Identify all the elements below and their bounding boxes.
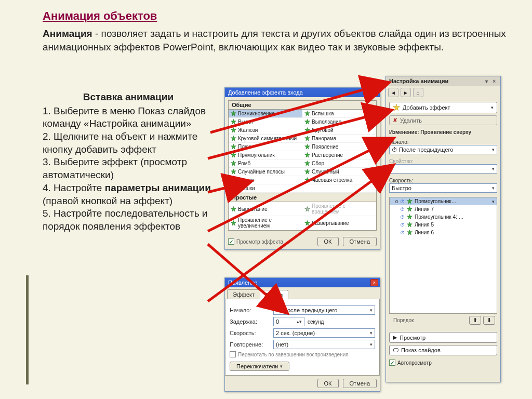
effect-item[interactable]: Вспышка [302,110,376,118]
tab-time[interactable]: Время [260,290,288,299]
effect-item[interactable]: Проявление с вращением [302,202,376,216]
cancel-button[interactable]: Отмена [343,237,377,246]
star-icon [407,230,413,235]
svg-marker-1 [305,111,310,116]
star-icon [304,206,310,212]
play-button[interactable]: ▶Просмотр [389,332,497,343]
start-label: Начало: [389,139,497,145]
star-icon [231,136,236,141]
svg-marker-23 [393,104,400,111]
rewind-checkbox[interactable]: Перемотать по завершении воспроизведения [238,352,349,357]
svg-marker-10 [231,153,236,157]
star-icon [304,161,310,166]
effect-item[interactable]: Случайные полосы [229,168,302,176]
pane-speed-select[interactable]: Быстро▾ [389,183,497,193]
dialog-title: Появление [228,280,257,286]
effect-item[interactable]: Круговой [302,126,376,135]
effect-item[interactable]: Выцветание [229,202,302,216]
effect-item[interactable]: Ромб [229,159,302,168]
delete-button[interactable]: ✘ Удалить [389,115,497,125]
effect-item[interactable]: Круговой симметричный [229,135,302,143]
effect-item[interactable]: Появление [302,143,376,151]
svg-marker-28 [407,230,413,235]
pane-property-select: ▾ [389,164,497,174]
instruction-steps: Вставка анимации 1. Выберите в меню Пока… [43,91,214,233]
step-1: 1. Выберите в меню Показ слайдов команду… [43,105,214,130]
svg-marker-3 [305,119,310,124]
preview-effect-checkbox[interactable]: ✓Просмотр эффекта [228,238,283,245]
repeat-select[interactable]: (нет)▾ [273,340,375,349]
svg-marker-9 [305,144,310,149]
effect-item[interactable]: Плюс [229,143,302,151]
ok-button[interactable]: ОК [317,379,339,388]
star-icon [304,169,310,175]
effects-grid-common[interactable]: ВозникновениеВспышкаВылетВыползаниеЖалюз… [228,110,377,193]
tab-effect[interactable]: Эффект [227,289,260,299]
nav-fwd-icon[interactable]: ► [401,88,411,97]
clock-icon: ⏱ [400,230,405,235]
star-icon [231,220,236,226]
animation-list-item[interactable]: ⏱Линия 6 [390,229,497,236]
star-icon [231,177,236,183]
ok-button[interactable]: ОК [317,237,339,246]
add-effect-button[interactable]: Добавить эффект ▾ [389,102,497,113]
slideshow-button[interactable]: 🖵Показ слайдов [389,345,497,355]
close-icon[interactable]: × [370,89,378,96]
effect-item[interactable]: Часовая стрелка [302,176,376,184]
effect-item[interactable]: Проявление с увеличением [229,216,302,230]
effect-item[interactable] [302,184,376,193]
effect-item[interactable]: Шашки [229,184,302,193]
star-icon [304,127,310,133]
step-3: 3. Выберите эффект (просмотр автоматичес… [43,156,214,181]
effect-item[interactable]: Растворение [302,151,376,159]
speed-label: Скорость: [389,178,497,183]
effect-item[interactable]: Вылет [229,118,302,126]
pane-title: Настройка анимации [389,78,448,84]
effect-item[interactable]: Возникновение [229,110,302,118]
effect-item[interactable]: Случайный [302,168,376,176]
nav-home-icon[interactable]: ⌂ [413,88,423,97]
animation-list-item[interactable]: 0⏱Прямоугольник…▾ [390,197,497,205]
svg-marker-25 [407,207,413,211]
effects-grid-simple[interactable]: ВыцветаниеПроявление с вращениемПроявлен… [228,202,377,231]
star-icon [231,144,236,150]
dialog-titlebar: Добавление эффекта входа × [225,88,380,97]
effect-item[interactable]: Уголки [229,176,302,184]
decorative-rule [26,275,29,384]
svg-marker-12 [231,161,236,166]
effect-item[interactable]: Панорама [302,135,376,143]
intro-bold: Анимация [43,28,92,39]
delete-icon: ✘ [393,117,397,124]
effect-item[interactable]: Развертывание [302,216,376,230]
nav-back-icon[interactable]: ◄ [388,88,398,97]
order-down-button[interactable]: ⬇ [483,316,495,325]
delay-spinner[interactable]: 0▴▾ [273,317,304,326]
order-up-button[interactable]: ⬆ [469,316,481,325]
animation-list-item[interactable]: ⏱Линия 5 [390,221,497,229]
star-icon [231,206,236,212]
autopreview-checkbox[interactable]: ✓Автопросмотр [386,357,500,368]
svg-marker-22 [305,220,310,225]
effect-item[interactable]: Выползание [302,118,376,126]
star-icon [304,220,310,226]
speed-select[interactable]: 2 сек. (средне)▾ [273,328,375,338]
group-simple: Простые [228,193,377,202]
svg-marker-27 [407,222,413,227]
star-icon [304,111,310,116]
clock-icon: ⏱ [400,222,405,228]
start-select[interactable]: ⏱ После предыдущего▾ [273,305,375,315]
effect-item[interactable]: Жалюзи [229,126,302,135]
animation-list-item[interactable]: ⏱Прямоугольник 4: … [390,213,497,221]
effect-item[interactable]: Прямоугольник [229,151,302,159]
animation-list-item[interactable]: ⏱Линия 7 [390,205,497,213]
cancel-button[interactable]: Отмена [343,379,377,388]
close-icon[interactable]: × [370,279,378,286]
svg-marker-19 [231,206,236,211]
switches-button[interactable]: Переключатели▾ [230,362,289,371]
timing-dialog: Появление × Эффект Время Начало: ⏱ После… [224,277,380,392]
pane-start-select[interactable]: ⏱ После предыдущего▾ [389,145,497,154]
svg-marker-26 [407,215,413,219]
pane-controls[interactable]: ▾ × [485,78,497,84]
animation-list[interactable]: 0⏱Прямоугольник…▾⏱Линия 7⏱Прямоугольник … [389,197,497,314]
effect-item[interactable]: Сбор [302,159,376,168]
